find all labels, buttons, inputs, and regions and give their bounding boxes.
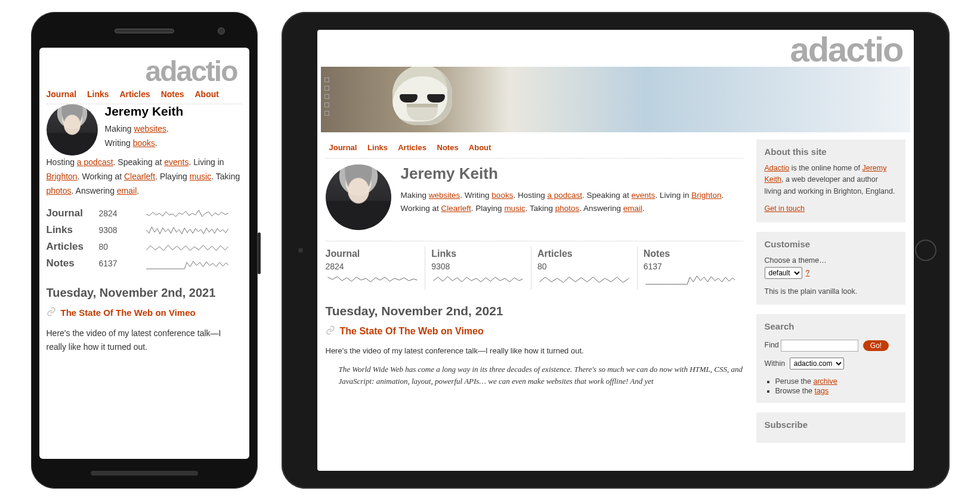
- link-clearleft[interactable]: Clearleft: [124, 172, 155, 181]
- link-clearleft[interactable]: Clearleft: [441, 204, 471, 213]
- link-books[interactable]: books: [491, 191, 513, 200]
- tablet-camera: [298, 248, 303, 253]
- site-logo[interactable]: adactio: [317, 30, 914, 67]
- link-archive[interactable]: archive: [813, 377, 837, 386]
- link-photos[interactable]: photos: [555, 204, 580, 213]
- theme-description: This is the plain vanilla look.: [765, 279, 897, 297]
- stat-notes[interactable]: Notes 6137: [637, 246, 743, 290]
- post-excerpt: Here's the video of my latest conference…: [326, 337, 743, 364]
- nav-articles[interactable]: Articles: [398, 143, 426, 152]
- stat-links[interactable]: Links 9308: [425, 246, 531, 290]
- nav-journal[interactable]: Journal: [47, 89, 77, 99]
- sparkline-articles: [537, 271, 631, 285]
- nav-bar: Journal Links Articles Notes About: [326, 139, 743, 159]
- post-date: Tuesday, November 2nd, 2021: [326, 304, 743, 325]
- sparkline-journal: [132, 207, 242, 220]
- stat-articles[interactable]: Articles 80: [531, 246, 637, 290]
- link-websites[interactable]: websites: [134, 124, 166, 133]
- header-banner: [321, 67, 910, 132]
- bio-text: Making websites. Writing books. Hosting …: [401, 189, 743, 216]
- link-email[interactable]: email: [117, 186, 137, 195]
- nav-links[interactable]: Links: [367, 143, 388, 152]
- phone-device-frame: adactio Journal Links Articles Notes Abo…: [31, 12, 258, 489]
- about-panel-title: About this site: [765, 147, 897, 163]
- link-music[interactable]: music: [190, 172, 212, 181]
- stats-block: Journal 2824 Links 9308 Articles 80 Note…: [47, 198, 242, 272]
- nav-journal[interactable]: Journal: [329, 143, 357, 152]
- banner-image: [392, 67, 464, 132]
- sparkline-links: [431, 271, 525, 285]
- link-icon: [326, 325, 335, 337]
- tablet-device-frame: adactio Journal Links Articles Notes Abo: [282, 12, 950, 489]
- search-go-button[interactable]: Go!: [863, 340, 889, 351]
- stat-journal[interactable]: Journal 2824: [326, 246, 425, 290]
- tablet-screen: adactio Journal Links Articles Notes Abo: [317, 30, 914, 471]
- theme-label: Choose a theme…: [765, 255, 897, 267]
- phone-home-bar: [91, 471, 198, 476]
- author-name: Jeremy Keith: [105, 104, 184, 119]
- post-title-link[interactable]: The State Of The Web on Vimeo: [340, 326, 484, 337]
- stat-journal[interactable]: Journal 2824: [47, 205, 242, 222]
- sparkline-articles: [132, 240, 242, 253]
- subscribe-panel: Subscribe: [756, 412, 905, 443]
- link-tags[interactable]: tags: [815, 387, 829, 395]
- link-podcast[interactable]: a podcast: [547, 191, 582, 200]
- sparkline-notes: [644, 271, 737, 285]
- latest-post: Tuesday, November 2nd, 2021 The State Of…: [47, 272, 242, 359]
- stats-block: Journal 2824 Links 9308 Articles 80: [326, 241, 743, 290]
- phone-camera: [218, 27, 225, 35]
- find-label: Find: [765, 341, 779, 349]
- search-input[interactable]: [781, 340, 858, 352]
- link-websites[interactable]: websites: [429, 191, 460, 200]
- subscribe-panel-title: Subscribe: [765, 420, 897, 436]
- link-get-in-touch[interactable]: Get in touch: [765, 204, 805, 213]
- link-events[interactable]: events: [632, 191, 656, 200]
- nav-articles[interactable]: Articles: [119, 89, 150, 99]
- author-name: Jeremy Keith: [401, 164, 743, 183]
- stat-notes[interactable]: Notes 6137: [47, 255, 242, 272]
- nav-notes[interactable]: Notes: [437, 143, 459, 152]
- link-music[interactable]: music: [504, 204, 525, 213]
- tablet-home-button: [915, 240, 936, 261]
- nav-about[interactable]: About: [194, 89, 218, 99]
- theme-select[interactable]: default: [765, 267, 802, 279]
- avatar[interactable]: [326, 164, 391, 230]
- post-title-link[interactable]: The State Of The Web on Vimeo: [61, 308, 196, 318]
- link-icon: [47, 307, 56, 318]
- nav-notes[interactable]: Notes: [161, 89, 184, 99]
- sparkline-notes: [132, 257, 242, 270]
- list-item: Browse the tags: [775, 386, 897, 396]
- within-label: Within: [765, 359, 786, 368]
- avatar[interactable]: [47, 104, 98, 156]
- search-panel-title: Search: [765, 321, 897, 337]
- post-date: Tuesday, November 2nd, 2021: [47, 286, 242, 307]
- sparkline-links: [132, 223, 242, 237]
- banner-thumbnails[interactable]: [324, 77, 329, 116]
- stat-links[interactable]: Links 9308: [47, 222, 242, 238]
- search-panel: Search Find Go! Within adactio.com Perus…: [756, 314, 905, 403]
- about-panel: About this site Adactio is the online ho…: [756, 139, 905, 222]
- nav-links[interactable]: Links: [87, 89, 109, 99]
- phone-screen: adactio Journal Links Articles Notes Abo…: [39, 48, 249, 459]
- stat-articles[interactable]: Articles 80: [47, 238, 242, 255]
- latest-post: Tuesday, November 2nd, 2021 The State Of…: [326, 290, 743, 387]
- nav-bar: Journal Links Articles Notes About: [47, 86, 242, 104]
- sparkline-journal: [326, 271, 419, 285]
- phone-speaker: [115, 29, 174, 33]
- link-email[interactable]: email: [623, 204, 642, 213]
- search-scope-select[interactable]: adactio.com: [790, 358, 844, 369]
- nav-about[interactable]: About: [469, 143, 491, 152]
- customise-panel-title: Customise: [765, 239, 897, 255]
- link-events[interactable]: events: [164, 157, 188, 167]
- link-brighton[interactable]: Brighton: [47, 172, 78, 181]
- link-podcast[interactable]: a podcast: [77, 157, 113, 167]
- link-photos[interactable]: photos: [47, 186, 72, 195]
- link-adactio[interactable]: Adactio: [765, 164, 790, 172]
- bio-text-continued: Hosting a podcast. Speaking at events. L…: [47, 156, 242, 198]
- link-books[interactable]: books: [133, 138, 155, 148]
- site-logo[interactable]: adactio: [47, 55, 242, 86]
- theme-help-link[interactable]: ?: [806, 269, 810, 277]
- customise-panel: Customise Choose a theme… default ? This…: [756, 232, 905, 305]
- link-brighton[interactable]: Brighton: [691, 191, 721, 200]
- post-quote: The World Wide Web has come a long way i…: [326, 364, 743, 387]
